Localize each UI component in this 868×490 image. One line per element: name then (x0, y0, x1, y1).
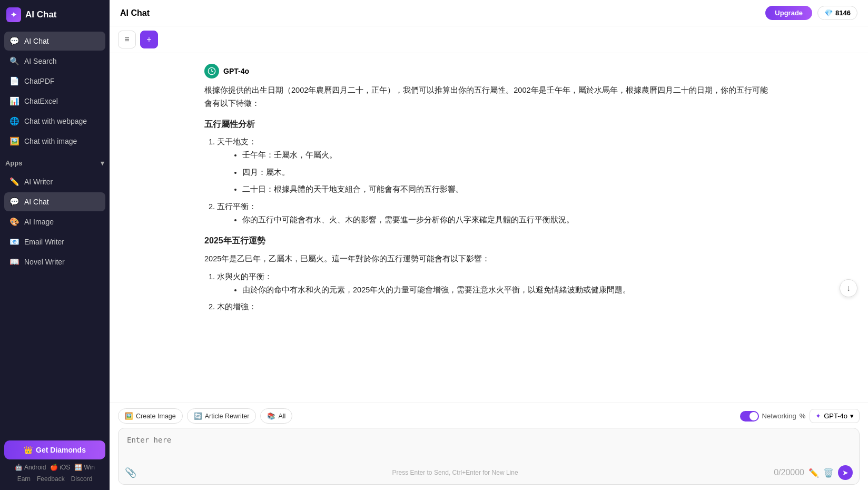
model-selector[interactable]: ✦ GPT-4o ▾ (810, 409, 860, 423)
article-rewriter-button[interactable]: 🔄 Article Rewriter (187, 408, 257, 424)
chat-webpage-icon: 🌐 (9, 116, 19, 126)
ios-link[interactable]: 🍎 iOS (50, 464, 70, 471)
platform-links: 🤖 Android 🍎 iOS 🪟 Win (4, 459, 105, 473)
input-box-wrapper: 📎 Press Enter to Send, Ctrl+Enter for Ne… (118, 428, 860, 485)
discord-link[interactable]: Discord (71, 475, 93, 483)
sidebar-item-ai-search[interactable]: 🔍 AI Search (4, 52, 105, 71)
novel-writer-icon: 📖 (9, 257, 19, 267)
list-item: 木的增強： (217, 300, 773, 313)
model-selector-label: GPT-4o (824, 412, 847, 420)
sidebar-item-label: AI Chat (24, 37, 49, 45)
list-item: 五行平衡： 你的五行中可能會有水、火、木的影響，需要進一步分析你的八字來確定具體… (217, 200, 773, 226)
ai-writer-icon: ✏️ (9, 177, 19, 187)
all-label: All (278, 413, 285, 420)
sidebar-item-ai-chat[interactable]: 💬 AI Chat (4, 32, 105, 51)
quick-actions: 🖼️ Create Image 🔄 Article Rewriter 📚 All… (118, 408, 860, 424)
sidebar-item-label: AI Image (24, 218, 54, 226)
toolbar-row: ≡ + (110, 26, 868, 53)
item-main: 天干地支： (217, 138, 257, 146)
sidebar-item-label: Email Writer (24, 238, 64, 246)
sidebar-item-ai-chat-app[interactable]: 💬 AI Chat (4, 192, 105, 211)
sidebar-item-chat-image[interactable]: 🖼️ Chat with image (4, 132, 105, 151)
article-rewriter-icon: 🔄 (194, 412, 202, 420)
chat-area[interactable]: GPT-4o 根據你提供的出生日期（2002年農曆四月二十，正午），我們可以推算… (110, 53, 868, 403)
sidebar-nav: 💬 AI Chat 🔍 AI Search 📄 ChatPDF 📊 ChatEx… (0, 30, 110, 154)
model-name: GPT-4o (223, 67, 249, 75)
diamond-icon: 💎 (824, 9, 833, 17)
attach-icon[interactable]: 📎 (125, 467, 136, 478)
feedback-link[interactable]: Feedback (37, 475, 65, 483)
sidebar-item-label: AI Chat (24, 198, 49, 206)
create-image-icon: 🖼️ (125, 412, 133, 420)
sub-list: 你的五行中可能會有水、火、木的影響，需要進一步分析你的八字來確定具體的五行平衡狀… (225, 213, 773, 227)
chat-input[interactable] (119, 428, 859, 460)
intro-paragraph: 根據你提供的出生日期（2002年農曆四月二十，正午），我們可以推算出你的五行屬性… (204, 84, 773, 110)
bottom-area: 🖼️ Create Image 🔄 Article Rewriter 📚 All… (110, 403, 868, 490)
send-icon: ➤ (842, 468, 849, 477)
chevron-down-icon: ↓ (846, 283, 851, 293)
new-chat-button[interactable]: + (140, 31, 158, 48)
android-label: Android (24, 464, 46, 471)
list-item: 天干地支： 壬午年：壬屬水，午屬火。 四月：屬木。 二十日：根據具體的天干地支組… (217, 135, 773, 196)
diamonds-count: 8146 (835, 9, 851, 17)
input-footer: 📎 Press Enter to Send, Ctrl+Enter for Ne… (119, 462, 859, 484)
upgrade-button[interactable]: Upgrade (765, 6, 812, 20)
sidebar-item-ai-writer[interactable]: ✏️ AI Writer (4, 172, 105, 191)
footer-nav: Earn Feedback Discord (4, 473, 105, 485)
input-hint: Press Enter to Send, Ctrl+Enter for New … (392, 469, 518, 476)
page-title: AI Chat (120, 8, 150, 18)
sub-list: 壬午年：壬屬水，午屬火。 四月：屬木。 二十日：根據具體的天干地支組合，可能會有… (225, 149, 773, 196)
chatexcel-icon: 📊 (9, 96, 19, 106)
gpt-avatar (204, 64, 219, 79)
sidebar-item-novel-writer[interactable]: 📖 Novel Writer (4, 252, 105, 271)
section2-intro: 2025年是乙巳年，乙屬木，巳屬火。這一年對於你的五行運勢可能會有以下影響： (204, 252, 773, 266)
get-diamonds-button[interactable]: 👑 Get Diamonds (4, 440, 105, 459)
sidebar-item-chatexcel[interactable]: 📊 ChatExcel (4, 92, 105, 111)
trash-icon[interactable]: 🗑️ (823, 468, 834, 478)
section2-title: 2025年五行運勢 (204, 233, 773, 248)
diamonds-badge: 💎 8146 (817, 6, 857, 20)
item-main: 水與火的平衡： (217, 272, 272, 281)
windows-icon: 🪟 (74, 464, 82, 471)
sidebar-item-email-writer[interactable]: 📧 Email Writer (4, 232, 105, 251)
list-button[interactable]: ≡ (118, 31, 136, 48)
sidebar-item-label: Novel Writer (24, 258, 65, 266)
sidebar-item-chat-webpage[interactable]: 🌐 Chat with webpage (4, 112, 105, 131)
chatpdf-icon: 📄 (9, 76, 19, 86)
apps-nav: ✏️ AI Writer 💬 AI Chat 🎨 AI Image 📧 Emai… (0, 170, 110, 275)
section1-title: 五行屬性分析 (204, 117, 773, 131)
scroll-down-button[interactable]: ↓ (840, 279, 857, 297)
header-right: Upgrade 💎 8146 (765, 6, 857, 20)
create-image-label: Create Image (136, 413, 176, 420)
email-writer-icon: 📧 (9, 237, 19, 247)
ios-icon: 🍎 (50, 464, 58, 471)
ai-search-icon: 🔍 (9, 56, 19, 66)
toggle-switch[interactable] (740, 411, 759, 422)
logo-icon: ✦ (6, 7, 21, 22)
model-chevron-icon: ▾ (850, 412, 854, 420)
android-icon: 🤖 (15, 464, 23, 471)
windows-link[interactable]: 🪟 Win (74, 464, 95, 471)
sidebar-footer: 👑 Get Diamonds 🤖 Android 🍎 iOS 🪟 Win Ear… (0, 435, 110, 490)
android-link[interactable]: 🤖 Android (15, 464, 46, 471)
all-button[interactable]: 📚 All (260, 408, 292, 424)
item-main: 五行平衡： (217, 202, 257, 211)
message-block: GPT-4o 根據你提供的出生日期（2002年農曆四月二十，正午），我們可以推算… (204, 64, 773, 313)
networking-icon: % (800, 412, 806, 420)
earn-link[interactable]: Earn (17, 475, 31, 483)
send-button[interactable]: ➤ (838, 465, 853, 480)
main-panel: AI Chat Upgrade 💎 8146 ≡ + (110, 0, 868, 490)
ai-image-icon: 🎨 (9, 217, 19, 227)
get-diamonds-label: Get Diamonds (36, 446, 86, 454)
message-header: GPT-4o (204, 64, 773, 79)
model-star-icon: ✦ (815, 412, 821, 420)
sidebar-item-label: AI Search (24, 57, 56, 65)
sidebar-item-label: Chat with image (24, 137, 77, 145)
sidebar-item-ai-image[interactable]: 🎨 AI Image (4, 212, 105, 231)
sidebar-item-chatpdf[interactable]: 📄 ChatPDF (4, 72, 105, 91)
apps-section-header: Apps ▾ (0, 154, 110, 170)
create-image-button[interactable]: 🖼️ Create Image (118, 408, 183, 424)
section2-list: 水與火的平衡： 由於你的命中有水和火的元素，2025年火的力量可能會增強，需要注… (204, 270, 773, 313)
section1-list: 天干地支： 壬午年：壬屬水，午屬火。 四月：屬木。 二十日：根據具體的天干地支組… (204, 135, 773, 226)
edit-icon: ✏️ (808, 468, 819, 478)
